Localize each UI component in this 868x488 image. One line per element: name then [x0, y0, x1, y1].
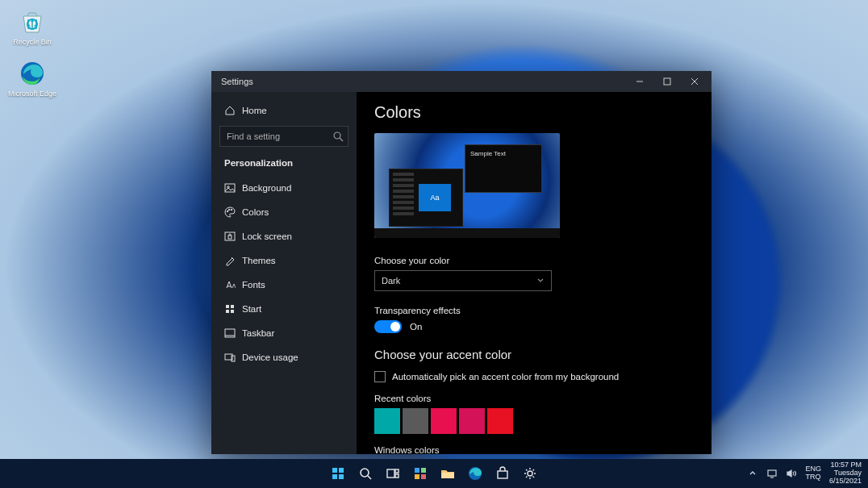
image-icon [224, 182, 236, 194]
color-swatch[interactable] [459, 408, 485, 434]
desktop-icon-microsoft-edge[interactable]: Microsoft Edge [6, 58, 58, 98]
chevron-down-icon [536, 276, 545, 286]
recent-colors-row [374, 408, 694, 434]
svg-rect-31 [395, 474, 399, 478]
svg-rect-33 [421, 468, 426, 473]
svg-rect-26 [339, 474, 344, 479]
color-swatch[interactable] [374, 408, 400, 434]
choose-color-select[interactable]: Dark [374, 270, 552, 291]
taskbar-widgets-button[interactable] [410, 463, 431, 484]
svg-rect-30 [395, 469, 399, 473]
color-swatch[interactable] [403, 408, 428, 434]
desktop-icons: Recycle Bin Microsoft Edge [6, 6, 58, 98]
search-input[interactable] [219, 126, 348, 147]
titlebar[interactable]: Settings [211, 71, 712, 92]
choose-color-label: Choose your color [374, 256, 694, 265]
desktop-icon-recycle-bin[interactable]: Recycle Bin [6, 6, 58, 47]
home-icon [224, 105, 236, 116]
desktop-icon-label: Microsoft Edge [8, 90, 56, 98]
taskbar-center [328, 463, 540, 484]
svg-rect-38 [498, 471, 507, 478]
tray-volume-icon[interactable] [786, 468, 797, 479]
taskbar-icon [224, 327, 236, 339]
sidebar-item-colors[interactable]: Colors [219, 202, 348, 223]
tray-network-icon[interactable] [766, 468, 778, 479]
system-tray: ENG TRQ 10:57 PM Tuesday 6/15/2021 [747, 461, 862, 486]
svg-point-6 [334, 132, 340, 139]
sidebar-home[interactable]: Home [219, 100, 348, 121]
svg-rect-36 [441, 473, 454, 478]
search-icon [332, 131, 344, 142]
svg-rect-32 [415, 468, 419, 473]
auto-pick-label: Automatically pick an accent color from … [392, 372, 619, 382]
palette-icon [224, 206, 236, 218]
preview-sample-text: Sample Text [470, 150, 506, 157]
color-preview: Aa Sample Text [374, 133, 560, 238]
preview-window: Sample Text [465, 144, 542, 193]
tray-chevron-up-icon[interactable] [747, 468, 758, 479]
svg-rect-25 [332, 474, 337, 479]
tray-lang2: TRQ [805, 473, 821, 482]
sidebar: Home Personalization Background Colors L… [211, 92, 357, 454]
sidebar-item-label: Fonts [242, 280, 265, 290]
sidebar-home-label: Home [242, 106, 267, 115]
preview-start-menu: Aa [389, 169, 463, 227]
taskbar-start-button[interactable] [328, 463, 348, 484]
close-button[interactable] [681, 71, 708, 92]
sidebar-item-start[interactable]: Start [219, 298, 348, 319]
sidebar-item-device-usage[interactable]: Device usage [219, 347, 348, 368]
svg-line-28 [368, 476, 371, 479]
sidebar-item-lock-screen[interactable]: Lock screen [219, 226, 348, 247]
taskbar-settings-button[interactable] [520, 463, 540, 484]
taskbar-store-button[interactable] [492, 463, 513, 484]
sidebar-item-fonts[interactable]: Fonts [219, 274, 348, 295]
recycle-bin-icon [17, 6, 48, 37]
svg-point-27 [361, 469, 369, 477]
minimize-button[interactable] [626, 71, 653, 92]
taskbar: ENG TRQ 10:57 PM Tuesday 6/15/2021 [0, 459, 868, 488]
maximize-button[interactable] [653, 71, 681, 92]
sidebar-item-taskbar[interactable]: Taskbar [219, 323, 348, 344]
sidebar-item-label: Device usage [242, 352, 298, 362]
accent-heading: Choose your accent color [374, 348, 694, 361]
color-swatch[interactable] [431, 408, 457, 434]
content-pane: Colors Aa Sample Text Choose your color … [357, 92, 712, 454]
svg-rect-40 [768, 470, 776, 476]
svg-rect-35 [421, 474, 426, 479]
tray-clock[interactable]: 10:57 PM Tuesday 6/15/2021 [829, 461, 862, 486]
auto-pick-checkbox-row[interactable]: Automatically pick an accent color from … [374, 371, 694, 382]
taskbar-file-explorer-button[interactable] [437, 463, 458, 484]
svg-rect-15 [226, 305, 229, 308]
taskbar-edge-button[interactable] [465, 463, 486, 484]
sidebar-item-themes[interactable]: Themes [219, 250, 348, 271]
svg-point-12 [231, 209, 232, 211]
sidebar-item-label: Start [242, 304, 261, 314]
taskbar-taskview-button[interactable] [382, 463, 403, 484]
svg-rect-29 [387, 469, 394, 478]
transparency-toggle[interactable] [374, 320, 402, 333]
sidebar-section-label: Personalization [219, 155, 348, 174]
sidebar-item-background[interactable]: Background [219, 177, 348, 198]
page-heading: Colors [374, 103, 694, 122]
start-icon [224, 303, 236, 315]
svg-point-10 [227, 211, 228, 212]
sidebar-item-label: Lock screen [242, 231, 292, 241]
svg-line-7 [340, 138, 343, 141]
svg-rect-16 [231, 305, 234, 308]
color-swatch[interactable] [487, 408, 513, 434]
preview-taskbar [374, 228, 560, 238]
device-usage-icon [224, 352, 236, 363]
tray-language[interactable]: ENG TRQ [805, 465, 821, 482]
svg-rect-14 [228, 236, 232, 239]
themes-icon [224, 255, 236, 266]
sidebar-search [219, 126, 348, 147]
taskbar-search-button[interactable] [355, 463, 376, 484]
checkbox-icon [374, 371, 386, 382]
window-title: Settings [221, 77, 253, 86]
windows-colors-label: Windows colors [374, 445, 694, 454]
transparency-label: Transparency effects [374, 306, 694, 315]
sidebar-item-label: Background [242, 183, 291, 193]
svg-rect-8 [225, 184, 235, 192]
fonts-icon [224, 279, 236, 290]
svg-rect-34 [415, 474, 419, 479]
